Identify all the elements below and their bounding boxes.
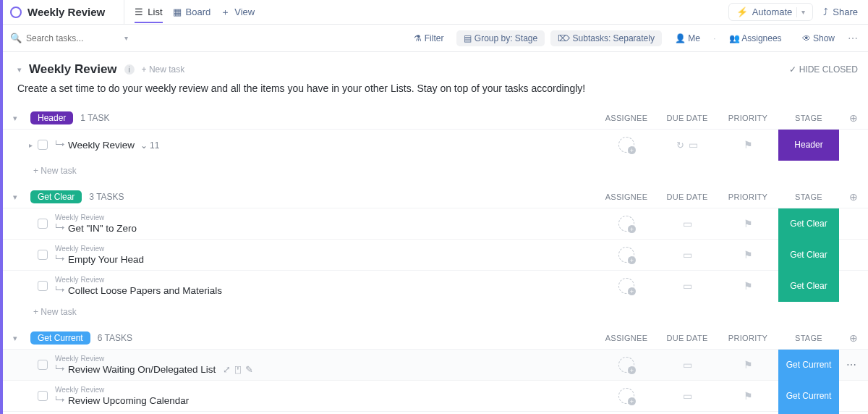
calendar-icon[interactable]: ▭ bbox=[683, 390, 692, 402]
stage-cell[interactable]: Get Current bbox=[778, 350, 839, 381]
edit-icon[interactable]: ✎ bbox=[245, 364, 253, 375]
assignee-cell[interactable] bbox=[596, 278, 657, 294]
task-row-cells: ▭⚑Get Clear bbox=[596, 271, 868, 302]
col-assignee: Assignee bbox=[596, 114, 657, 122]
stage-cell[interactable]: Header bbox=[778, 130, 839, 161]
task-row[interactable]: Weekly Review⮡Review Upcoming Calendar▭⚑… bbox=[0, 380, 868, 411]
task-checkbox[interactable] bbox=[38, 281, 48, 291]
new-task-inline[interactable]: + New task bbox=[142, 64, 185, 75]
add-assignee-icon[interactable] bbox=[618, 247, 634, 263]
task-row[interactable]: Weekly Review⮡Review Action Lists▭⚑Get C… bbox=[0, 411, 868, 414]
group-badge[interactable]: Get Current bbox=[30, 331, 90, 345]
info-icon[interactable]: i bbox=[124, 64, 135, 75]
tab-add-view[interactable]: ＋ View bbox=[221, 0, 255, 25]
assignee-cell[interactable] bbox=[596, 357, 657, 373]
priority-cell[interactable]: ⚑ bbox=[718, 218, 778, 229]
add-assignee-icon[interactable] bbox=[618, 216, 634, 232]
share-button[interactable]: ⤴ Share bbox=[823, 7, 858, 17]
due-cell[interactable]: ▭ bbox=[657, 218, 718, 229]
subtask-count[interactable]: ⌄11 bbox=[140, 140, 159, 151]
calendar-icon[interactable]: ▭ bbox=[683, 280, 692, 292]
task-count: 3 TASKS bbox=[89, 192, 124, 202]
add-column-icon[interactable]: ⊕ bbox=[839, 332, 868, 344]
add-assignee-icon[interactable] bbox=[618, 388, 634, 404]
stage-cell[interactable]: Get Current bbox=[778, 381, 839, 412]
add-assignee-icon[interactable] bbox=[618, 357, 634, 373]
priority-cell[interactable]: ⚑ bbox=[718, 280, 778, 292]
more-icon[interactable]: ⋯ bbox=[848, 33, 858, 44]
calendar-icon[interactable]: ▭ bbox=[683, 249, 692, 261]
chevron-down-icon[interactable]: ▾ bbox=[17, 65, 22, 75]
stage-cell[interactable]: Get Clear bbox=[778, 240, 839, 271]
task-breadcrumb: Weekly Review bbox=[55, 355, 253, 363]
chevron-down-icon[interactable]: ▾ bbox=[13, 114, 23, 123]
priority-cell[interactable]: ⚑ bbox=[718, 249, 778, 261]
tab-list[interactable]: ☰ List bbox=[135, 1, 162, 23]
me-button[interactable]: 👤 Me bbox=[668, 30, 707, 46]
add-column-icon[interactable]: ⊕ bbox=[839, 191, 868, 203]
new-task-row[interactable]: + New task bbox=[0, 160, 868, 186]
add-column-icon[interactable]: ⊕ bbox=[839, 112, 868, 124]
assignee-cell[interactable] bbox=[596, 388, 657, 404]
due-cell[interactable]: ↻▭ bbox=[657, 139, 718, 151]
assignee-cell[interactable] bbox=[596, 137, 657, 153]
subtasks-icon: ⌦ bbox=[558, 33, 570, 43]
calendar-icon[interactable]: ▭ bbox=[689, 139, 698, 151]
task-row[interactable]: Weekly Review⮡Review Waiting On/Delegate… bbox=[0, 349, 868, 380]
column-headers: AssigneeDue datePriorityStage⊕ bbox=[596, 112, 868, 124]
expand-icon[interactable]: ⤢ bbox=[223, 364, 231, 375]
add-assignee-icon[interactable] bbox=[618, 278, 634, 294]
task-checkbox[interactable] bbox=[38, 250, 48, 260]
filter-button[interactable]: ⚗ Filter bbox=[407, 30, 451, 46]
hide-closed-button[interactable]: ✓ HIDE CLOSED bbox=[789, 64, 858, 75]
task-checkbox[interactable] bbox=[38, 391, 48, 401]
task-name: ⮡Weekly Review⌄11 bbox=[55, 140, 159, 151]
priority-cell[interactable]: ⚑ bbox=[718, 390, 778, 402]
due-cell[interactable]: ▭ bbox=[657, 249, 718, 261]
recur-icon[interactable]: ↻ bbox=[676, 140, 684, 151]
automate-button[interactable]: ⚡ Automate ▾ bbox=[728, 3, 814, 21]
show-button[interactable]: 👁 Show bbox=[795, 30, 842, 46]
col-assignee: Assignee bbox=[596, 193, 657, 201]
chevron-down-icon[interactable]: ▾ bbox=[801, 8, 805, 16]
task-checkbox[interactable] bbox=[38, 219, 48, 229]
task-checkbox[interactable] bbox=[38, 360, 48, 370]
task-row[interactable]: Weekly Review⮡Get "IN" to Zero▭⚑Get Clea… bbox=[0, 208, 868, 239]
due-cell[interactable]: ▭ bbox=[657, 390, 718, 402]
group-badge[interactable]: Header bbox=[30, 111, 73, 124]
calendar-icon[interactable]: ▭ bbox=[683, 218, 692, 229]
show-label: Show bbox=[813, 33, 835, 43]
calendar-icon[interactable]: ▭ bbox=[683, 359, 692, 371]
new-task-row[interactable]: + New task bbox=[0, 301, 868, 327]
share-label: Share bbox=[833, 7, 858, 17]
assignee-cell[interactable] bbox=[596, 247, 657, 263]
task-row[interactable]: Weekly Review⮡Collect Loose Papers and M… bbox=[0, 270, 868, 301]
expand-caret-icon[interactable]: ▸ bbox=[29, 141, 38, 149]
stage-cell[interactable]: Get Current bbox=[778, 411, 839, 414]
priority-cell[interactable]: ⚑ bbox=[718, 139, 778, 151]
add-assignee-icon[interactable] bbox=[618, 137, 634, 153]
search-tasks[interactable]: 🔍 ▾ bbox=[10, 33, 140, 43]
stage-cell[interactable]: Get Clear bbox=[778, 271, 839, 302]
group-by-button[interactable]: ▤ Group by: Stage bbox=[456, 30, 545, 46]
assignee-cell[interactable] bbox=[596, 216, 657, 232]
due-cell[interactable]: ▭ bbox=[657, 359, 718, 371]
task-row[interactable]: Weekly Review⮡Empty Your Head▭⚑Get Clear bbox=[0, 239, 868, 270]
search-input[interactable] bbox=[26, 33, 120, 43]
chevron-down-icon[interactable]: ▾ bbox=[124, 34, 128, 42]
tag-icon[interactable]: ⍞ bbox=[235, 364, 241, 375]
task-breadcrumb: Weekly Review bbox=[55, 386, 189, 394]
task-row[interactable]: ▸⮡Weekly Review⌄11↻▭⚑Header bbox=[0, 129, 868, 160]
tab-board[interactable]: ▦ Board bbox=[173, 1, 211, 23]
assignees-button[interactable]: 👥 Assignees bbox=[722, 30, 789, 46]
subtasks-button[interactable]: ⌦ Subtasks: Separately bbox=[550, 30, 662, 46]
task-checkbox[interactable] bbox=[38, 140, 48, 150]
more-icon[interactable]: ⋯ bbox=[846, 359, 856, 371]
due-cell[interactable]: ▭ bbox=[657, 280, 718, 292]
chevron-down-icon[interactable]: ▾ bbox=[13, 334, 23, 343]
stage-cell[interactable]: Get Clear bbox=[778, 208, 839, 240]
group-badge[interactable]: Get Clear bbox=[30, 190, 82, 203]
priority-cell[interactable]: ⚑ bbox=[718, 359, 778, 371]
chevron-down-icon[interactable]: ▾ bbox=[13, 193, 23, 202]
list-icon: ☰ bbox=[135, 7, 143, 17]
